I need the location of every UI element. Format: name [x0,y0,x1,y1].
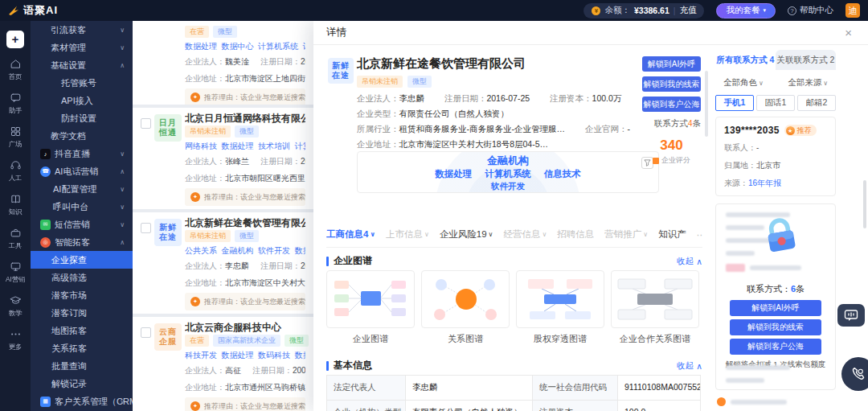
collapse-toggle[interactable]: 收起∧ [677,360,702,372]
sidebar-item-hosted-accounts[interactable]: 托管账号 [31,74,133,92]
table-header-cell: 注册资本 [533,401,618,411]
sidebar-item-ai-config[interactable]: AI配置管理∨ [31,180,133,198]
company-keywords[interactable]: 数据处理 数据中心 计算机系统 计算机 [185,42,305,51]
graph-card-cooperation[interactable]: 企业合作关系图谱 [611,270,699,345]
announcement-widget[interactable] [837,304,865,327]
sidebar-item-batch-query[interactable]: 批量查询 [31,357,133,375]
close-icon[interactable]: × [845,26,852,40]
graph-card-relation[interactable]: 关系图谱 [421,270,510,345]
graph-card-company[interactable]: 企业图谱 [326,270,415,345]
rail-item-knowledge[interactable]: 知识 [0,193,31,217]
sidebar-item-lead-acquisition[interactable]: 引流获客∨ [31,21,133,39]
company-checkbox[interactable] [141,223,151,233]
sidebar-item-teaching-docs[interactable]: 教学文档 [31,127,133,145]
sidebar-item-prospect-subscribe[interactable]: 潜客订阅 [31,304,133,322]
contact-card[interactable]: 139****2035 ★推荐 联系人：- 归属地：北京市 来源：16年年报 [715,117,836,196]
source-filter-dropdown[interactable]: 全部来源∨ [788,77,828,88]
app-root: 语聚AI ¥ 余额： ¥3386.61 | 充值 我的套餐 ▾ ? 帮助中心 迪… [0,0,868,411]
rail-item-tools[interactable]: 工具 [0,227,31,251]
status-tag: 吊销未注销 [357,76,403,88]
sidebar-item-douyin-live[interactable]: ♪抖音直播∨ [31,145,133,162]
sidebar-item-unlock-records[interactable]: 解锁记录 [31,375,133,393]
unlock-to-ai-call-button[interactable]: 解锁到AI外呼 [642,56,701,72]
company-name-link[interactable]: 北京云商企服科技中心 [185,322,305,333]
company-name-link[interactable]: 北京日月恒通网络科技有限公司 [185,113,305,124]
help-center-link[interactable]: ? 帮助中心 [788,5,833,16]
recharge-link[interactable]: 充值 [679,5,696,16]
company-list-item[interactable]: 在营 微型 数据处理 数据中心 计算机系统 计算机 企业法人：魏美淦注册日期：2… [133,21,313,105]
sidebar-item-call-center[interactable]: 呼叫中台∨ [31,198,133,216]
tab-related-contacts[interactable]: 关联联系方式 2 [776,50,836,70]
tab-intellectual-property[interactable]: 知识产 [658,228,686,240]
panel-scrollbar[interactable] [863,180,866,228]
chevron-down-icon: ∨ [489,231,493,238]
company-avatar: 新鲜在途 [154,219,182,246]
balance-pill[interactable]: ¥ 余额： ¥3386.61 | 充值 [583,3,704,18]
sidebar-item-prospect-market[interactable]: 潜客市场 [31,286,133,304]
company-avatar: 新鲜在途 [328,58,354,84]
cloud-word: 信息技术 [544,169,581,179]
company-keywords[interactable]: 公共关系 金融机构 软件开发 数据处理 [185,246,305,255]
sidebar-item-crm[interactable]: ▦客户关系管理（CRM）∨ [31,393,133,410]
company-checkbox[interactable] [141,327,151,338]
tab-listing-info[interactable]: 上市信息∨ [386,228,429,240]
rail-item-teaching[interactable]: 教学 [0,294,31,319]
graph-card-equity[interactable]: 股权穿透图谱 [516,270,604,345]
company-name-link[interactable]: 北京新鲜在途餐饮管理有限公司 [185,217,305,228]
segment-mobile[interactable]: 手机1 [715,95,754,111]
sidebar-item-relation-prospecting[interactable]: 关系拓客 [31,339,133,357]
rail-item-more[interactable]: 更多 [0,328,31,352]
thumb-up-icon: ★ [786,126,795,135]
cloud-word: 金融机构 [358,154,658,167]
tab-all-contacts[interactable]: 所有联系方式 4 [715,50,776,70]
collapse-toggle[interactable]: 收起∧ [677,256,702,267]
tab-marketing-promo[interactable]: 营销推广∨ [604,228,648,240]
company-keywords[interactable]: 网络科技 数据处理 技术培训 计算机系统 [185,142,305,150]
my-package-button[interactable]: 我的套餐 ▾ [716,3,776,18]
rail-item-assistant[interactable]: 助手 [0,92,31,116]
sidebar-item-anti-block[interactable]: 防封设置 [31,109,133,127]
sidebar-item-api-access[interactable]: API接入 [31,92,133,109]
sidebar-item-smart-prospecting[interactable]: ◎智能拓客∧ [31,233,133,251]
sidebar-item-map-prospecting[interactable]: 地图拓客 [31,322,133,339]
sidebar-item-sms-marketing[interactable]: ✉短信营销∨ [31,216,133,233]
company-title: 北京新鲜在途餐饮管理有限公司 [357,56,526,72]
chevron-up-icon: ∧ [120,62,125,69]
company-list-item[interactable]: 新鲜在途 北京新鲜在途餐饮管理有限公司 吊销未注销 微型 公共关系 金融机构 软… [133,212,313,314]
sidebar-item-advanced-filter[interactable]: 高级筛选 [31,269,133,286]
sidebar-item-basic-settings[interactable]: 基础设置∧ [31,56,133,74]
rail-item-ai-marketing[interactable]: AI营销 [0,261,31,285]
company-list-item[interactable]: 日月恒通 北京日月恒通网络科技有限公司 吊销未注销 微型 网络科技 数据处理 技… [133,108,313,209]
sidebar-item-ai-phone-marketing[interactable]: ☎AI电话营销∧ [31,162,133,180]
unlock-to-my-leads-button[interactable]: 解锁到我的线索 [730,319,821,335]
unlock-to-customer-pool-button[interactable]: 解锁到客户公海 [642,97,701,112]
chevron-down-icon: ∨ [120,150,125,158]
content-scrollbar[interactable] [705,71,708,137]
rail-item-home[interactable]: 首页 [0,58,31,82]
user-avatar[interactable]: 迪 [845,3,860,18]
segment-landline[interactable]: 固话1 [756,95,795,111]
role-filter-dropdown[interactable]: 全部角色∨ [723,77,764,88]
company-list-item[interactable]: 云商企服 北京云商企服科技中心 在营 国家高新技术企业 微型 科技开发 数据处理… [133,317,313,411]
tabs-more-button[interactable]: ⋯ [697,229,702,240]
company-keywords[interactable]: 科技开发 数据处理 数码科技 数据处理系统 [185,351,305,360]
company-checkbox[interactable] [141,118,151,129]
tab-business-info[interactable]: 工商信息4∨ [326,228,375,240]
source-link[interactable]: 16年年报 [748,179,781,187]
unlock-to-customer-pool-button[interactable]: 解锁到客户公海 [730,339,821,355]
rail-item-manual[interactable]: 人工 [0,159,31,183]
unlock-to-my-leads-button[interactable]: 解锁到我的线索 [642,76,701,92]
tab-recruitment-info[interactable]: 招聘信息 [557,228,594,240]
unlock-to-ai-call-button[interactable]: 解锁到AI外呼 [730,300,821,316]
tab-operation-info[interactable]: 经营信息∨ [503,228,547,240]
segment-email[interactable]: 邮箱2 [797,95,836,111]
tab-company-risk[interactable]: 企业风险19∨ [440,228,493,240]
add-button[interactable]: + [6,31,24,48]
sidebar-item-company-search[interactable]: 企业探查 [31,251,133,269]
app-logo[interactable]: 语聚AI [8,3,58,18]
chevron-up-icon: ∧ [120,239,125,246]
flame-icon: ✦ [190,401,200,411]
announcement-icon [844,309,858,322]
sidebar-item-material[interactable]: 素材管理∨ [31,39,133,56]
rail-item-plaza[interactable]: 广场 [0,125,31,150]
